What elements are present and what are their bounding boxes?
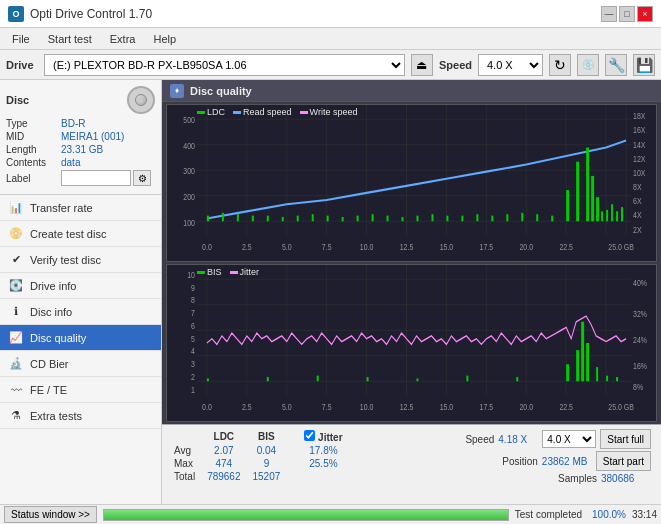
svg-rect-43 [576,162,579,222]
disc-quality-header-icon: ♦ [170,84,184,98]
disc-label-button[interactable]: ⚙ [133,170,151,186]
title-bar: O Opti Drive Control 1.70 — □ × [0,0,661,28]
stats-max-ldc: 474 [201,457,246,470]
ldc-legend-ldc: LDC [197,107,225,117]
app-icon: O [8,6,24,22]
svg-text:4X: 4X [633,209,642,221]
maximize-button[interactable]: □ [619,6,635,22]
svg-text:15.0: 15.0 [440,240,454,252]
disc-label-row: Label ⚙ [6,170,155,186]
stats-header-jitter-check[interactable]: Jitter [298,429,348,444]
nav-create-test-disc[interactable]: 📀 Create test disc [0,221,161,247]
nav-disc-info[interactable]: ℹ Disc info [0,299,161,325]
svg-text:7.5: 7.5 [322,240,332,252]
settings-button[interactable]: 🔧 [605,54,627,76]
stats-max-label: Max [168,457,201,470]
save-button[interactable]: 💾 [633,54,655,76]
start-full-button[interactable]: Start full [600,429,651,449]
svg-text:7: 7 [191,307,195,319]
nav-extra-tests[interactable]: ⚗ Extra tests [0,403,161,429]
svg-text:500: 500 [183,114,195,126]
svg-rect-28 [357,216,359,222]
bis-legend-jitter: Jitter [230,267,260,277]
refresh-button[interactable]: ↻ [549,54,571,76]
svg-rect-96 [317,376,319,382]
nav-verify-test-disc[interactable]: ✔ Verify test disc [0,247,161,273]
nav-disc-quality[interactable]: 📈 Disc quality [0,325,161,351]
disc-length-label: Length [6,144,61,155]
disc-quality-icon: 📈 [8,330,24,346]
svg-rect-50 [616,211,618,221]
stats-avg-ldc: 2.07 [201,444,246,457]
close-button[interactable]: × [637,6,653,22]
svg-text:7.5: 7.5 [322,400,332,412]
charts-container: LDC Read speed Write speed [162,102,661,424]
ldc-chart-svg: 500 400 300 200 100 18X 16X 14X 12X 10X … [167,105,656,261]
svg-rect-25 [312,214,314,221]
svg-text:10: 10 [187,269,195,281]
disc-button[interactable]: 💿 [577,54,599,76]
svg-text:20.0: 20.0 [519,400,533,412]
minimize-button[interactable]: — [601,6,617,22]
disc-icon [127,86,155,114]
menu-start-test[interactable]: Start test [40,31,100,47]
window-controls: — □ × [601,6,653,22]
bis-color-indicator [197,271,205,274]
stats-header-sep [286,429,298,444]
svg-text:2.5: 2.5 [242,240,252,252]
write-speed-color-indicator [300,111,308,114]
menu-bar: File Start test Extra Help [0,28,661,50]
nav-transfer-rate[interactable]: 📊 Transfer rate [0,195,161,221]
ldc-color-indicator [197,111,205,114]
svg-rect-97 [367,377,369,381]
svg-rect-42 [566,190,569,221]
svg-text:25.0 GB: 25.0 GB [608,240,634,252]
svg-rect-26 [327,216,329,222]
stats-total-label: Total [168,470,201,483]
ldc-legend-read: Read speed [233,107,292,117]
disc-quality-title: Disc quality [190,85,252,97]
menu-extra[interactable]: Extra [102,31,144,47]
nav-drive-info[interactable]: 💽 Drive info [0,273,161,299]
stats-total-ldc: 789662 [201,470,246,483]
speed-select-stats[interactable]: 4.0 X [542,430,596,448]
eject-button[interactable]: ⏏ [411,54,433,76]
status-window-button[interactable]: Status window >> [4,506,97,523]
position-label: Position [502,456,538,467]
stats-total-bis: 15207 [247,470,287,483]
svg-text:8: 8 [191,294,195,306]
disc-label-input[interactable] [61,170,131,186]
stats-max-bis: 9 [247,457,287,470]
jitter-checkbox[interactable] [304,430,315,441]
svg-text:12.5: 12.5 [400,400,414,412]
svg-text:20.0: 20.0 [519,240,533,252]
svg-rect-32 [416,216,418,222]
svg-text:15.0: 15.0 [440,400,454,412]
svg-rect-24 [297,216,299,222]
app-title: Opti Drive Control 1.70 [30,7,152,21]
ldc-legend: LDC Read speed Write speed [197,107,357,117]
svg-rect-46 [596,197,599,221]
ldc-legend-write: Write speed [300,107,358,117]
nav-fe-te[interactable]: 〰 FE / TE [0,377,161,403]
speed-select[interactable]: 4.0 X [478,54,543,76]
svg-text:22.5: 22.5 [559,400,573,412]
menu-file[interactable]: File [4,31,38,47]
create-test-disc-icon: 📀 [8,226,24,242]
bis-chart: BIS Jitter [166,264,657,422]
svg-text:25.0 GB: 25.0 GB [608,400,634,412]
menu-help[interactable]: Help [145,31,184,47]
stats-row-avg: Avg 2.07 0.04 17.8% [168,444,349,457]
samples-value: 380686 [601,473,651,484]
svg-text:9: 9 [191,281,195,293]
stats-table: LDC BIS Jitter Avg 2.07 [168,429,349,483]
stats-max-jitter: 25.5% [298,457,348,470]
transfer-rate-icon: 📊 [8,200,24,216]
start-part-button[interactable]: Start part [596,451,651,471]
drive-select[interactable]: (E:) PLEXTOR BD-R PX-LB950SA 1.06 [44,54,405,76]
stats-row-max: Max 474 9 25.5% [168,457,349,470]
svg-rect-30 [387,216,389,222]
nav-cd-bier[interactable]: 🔬 CD Bier [0,351,161,377]
svg-rect-39 [521,213,523,222]
svg-rect-98 [416,378,418,381]
